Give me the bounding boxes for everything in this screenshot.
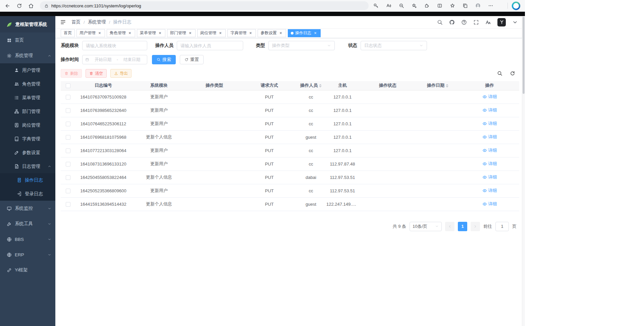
sort-icons[interactable] bbox=[446, 84, 448, 87]
sidebar-item-operlog[interactable]: 操作日志 bbox=[0, 173, 55, 187]
more-options-icon[interactable] bbox=[488, 3, 493, 8]
sidebar-item-roles[interactable]: 角色管理 bbox=[0, 77, 55, 91]
sidebar-item-loginlog[interactable]: 登录日志 bbox=[0, 187, 55, 201]
profile-avatar-icon[interactable] bbox=[475, 3, 481, 8]
sidebar-item-users[interactable]: 用户管理 bbox=[0, 63, 55, 77]
page-size-select[interactable]: 10条/页 bbox=[410, 222, 442, 231]
page-scrollbar[interactable] bbox=[522, 16, 525, 326]
sidebar-item-erp[interactable]: ERP bbox=[0, 247, 55, 262]
split-screen-icon[interactable] bbox=[437, 3, 442, 8]
table-header-cell[interactable]: 日志编号 bbox=[75, 81, 131, 90]
next-page-button[interactable] bbox=[471, 222, 480, 231]
tab-close-icon[interactable]: × bbox=[97, 31, 102, 36]
copilot-bing-icon[interactable] bbox=[512, 2, 520, 10]
address-bar[interactable]: https://ccnetcore.com:1101/system/log/op… bbox=[40, 1, 369, 10]
tab[interactable]: 操作日志 × bbox=[288, 29, 321, 37]
tab-close-icon[interactable]: × bbox=[248, 31, 253, 36]
detail-link[interactable]: 详细 bbox=[482, 201, 497, 207]
tab-close-icon[interactable]: × bbox=[127, 31, 132, 36]
status-select[interactable]: 日志状态 bbox=[361, 41, 427, 50]
passwords-icon[interactable] bbox=[373, 3, 379, 8]
sidebar-item-departments[interactable]: 部门管理 bbox=[0, 105, 55, 118]
tab[interactable]: 菜单管理 × bbox=[137, 29, 165, 37]
clear-button[interactable]: 清空 bbox=[86, 69, 107, 78]
back-icon[interactable] bbox=[5, 3, 10, 9]
github-icon[interactable] bbox=[449, 19, 455, 25]
scrollbar-thumb[interactable] bbox=[523, 17, 525, 94]
breadcrumb-home[interactable]: 首页 bbox=[71, 19, 80, 25]
detail-link[interactable]: 详细 bbox=[482, 107, 497, 113]
table-header-cell[interactable]: 操作日期 bbox=[416, 81, 460, 90]
detail-link[interactable]: 详细 bbox=[482, 134, 497, 140]
sidebar-item-monitor[interactable]: 系统监控 bbox=[0, 201, 55, 216]
extensions-icon[interactable] bbox=[424, 3, 430, 8]
row-checkbox[interactable] bbox=[66, 189, 70, 193]
row-checkbox[interactable] bbox=[66, 108, 70, 113]
tab[interactable]: 部门管理 × bbox=[167, 29, 196, 37]
row-checkbox[interactable] bbox=[66, 175, 70, 180]
collections-icon[interactable] bbox=[463, 3, 468, 8]
sidebar-item-menus[interactable]: 菜单管理 bbox=[0, 91, 55, 105]
row-checkbox[interactable] bbox=[66, 122, 70, 126]
detail-link[interactable]: 详细 bbox=[482, 161, 497, 167]
tab[interactable]: 岗位管理 × bbox=[197, 29, 226, 37]
sidebar-item-system[interactable]: 系统管理 bbox=[0, 48, 55, 63]
tab[interactable]: 首页 bbox=[61, 29, 75, 37]
delete-button[interactable]: 删除 bbox=[61, 69, 82, 78]
reset-button[interactable]: 重置 bbox=[180, 55, 204, 64]
module-input[interactable] bbox=[82, 41, 147, 50]
sort-icons[interactable] bbox=[319, 84, 322, 87]
page-number-button[interactable]: 1 bbox=[458, 222, 467, 231]
search-button[interactable]: 搜索 bbox=[152, 55, 176, 64]
fullscreen-icon[interactable] bbox=[473, 19, 479, 25]
app-logo[interactable]: 意框架管理系统 bbox=[0, 16, 55, 32]
toggle-search-icon[interactable] bbox=[497, 71, 502, 76]
table-header-cell[interactable]: 操作状态 bbox=[360, 81, 416, 90]
date-range-picker[interactable]: 开始日期 - 结束日期 bbox=[82, 55, 147, 64]
detail-link[interactable]: 详细 bbox=[482, 174, 497, 180]
breadcrumb-system[interactable]: 系统管理 bbox=[88, 19, 106, 25]
search-icon[interactable] bbox=[437, 19, 443, 25]
sidebar-item-yiframe[interactable]: Yi框架 bbox=[0, 262, 55, 278]
row-checkbox[interactable] bbox=[66, 162, 70, 167]
tab-close-icon[interactable]: × bbox=[158, 31, 162, 36]
favorites-bar-icon[interactable] bbox=[450, 3, 455, 8]
detail-link[interactable]: 详细 bbox=[482, 188, 497, 194]
read-aloud-icon[interactable] bbox=[386, 3, 391, 8]
row-checkbox[interactable] bbox=[66, 95, 70, 100]
row-checkbox[interactable] bbox=[66, 148, 70, 153]
select-all-checkbox[interactable] bbox=[66, 83, 70, 88]
tab[interactable]: 字典管理 × bbox=[227, 29, 256, 37]
help-icon[interactable] bbox=[461, 19, 467, 25]
table-header-cell[interactable]: 主机 bbox=[325, 81, 360, 90]
sidebar-item-params[interactable]: 参数设置 bbox=[0, 146, 55, 159]
goto-page-input[interactable] bbox=[495, 222, 509, 231]
reload-icon[interactable] bbox=[16, 3, 22, 9]
detail-link[interactable]: 详细 bbox=[482, 147, 497, 153]
tab-close-icon[interactable]: × bbox=[218, 31, 223, 36]
prev-page-button[interactable] bbox=[445, 222, 454, 231]
type-select[interactable]: 操作类型 bbox=[268, 41, 335, 50]
export-button[interactable]: 导出 bbox=[110, 69, 131, 78]
browser-home-icon[interactable] bbox=[28, 3, 34, 9]
sidebar-item-logs[interactable]: 日志管理 bbox=[0, 159, 55, 173]
tab[interactable]: 用户管理 × bbox=[76, 29, 105, 37]
table-header-cell[interactable]: 请求方式 bbox=[242, 81, 297, 90]
sidebar-item-home[interactable]: 首页 bbox=[0, 32, 55, 48]
sidebar-item-dicts[interactable]: 字典管理 bbox=[0, 132, 55, 146]
sidebar-item-posts[interactable]: 岗位管理 bbox=[0, 118, 55, 132]
tab-close-icon[interactable]: × bbox=[278, 31, 283, 36]
tab[interactable]: 角色管理 × bbox=[107, 29, 135, 37]
sidebar-item-tools[interactable]: 系统工具 bbox=[0, 216, 55, 232]
detail-link[interactable]: 详细 bbox=[482, 94, 497, 100]
zoom-out-icon[interactable] bbox=[399, 3, 404, 8]
tab-close-icon[interactable]: × bbox=[313, 31, 318, 36]
refresh-table-icon[interactable] bbox=[510, 71, 515, 76]
avatar-caret-icon[interactable] bbox=[512, 19, 518, 25]
user-avatar[interactable] bbox=[497, 18, 506, 26]
tab-close-icon[interactable]: × bbox=[188, 31, 193, 36]
tab[interactable]: 参数设置 × bbox=[258, 29, 286, 37]
add-favorite-icon[interactable] bbox=[412, 3, 417, 8]
table-header-cell[interactable]: 操作 bbox=[460, 81, 519, 90]
table-header-cell[interactable]: 操作人员 bbox=[297, 81, 325, 90]
